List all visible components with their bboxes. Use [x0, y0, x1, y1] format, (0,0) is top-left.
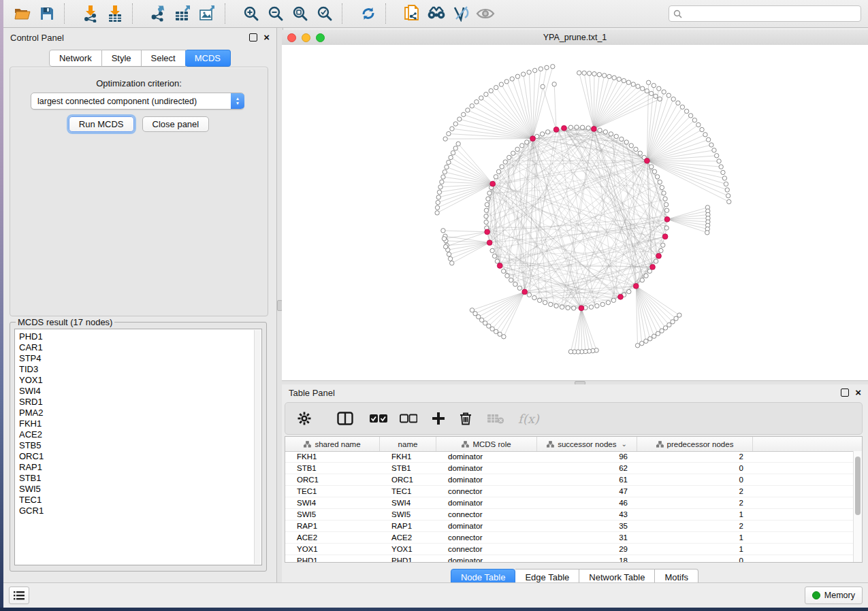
cell-shared-name[interactable]: RAP1: [285, 522, 380, 530]
cell-shared-name[interactable]: TEC1: [285, 487, 380, 495]
float-panel-icon[interactable]: [841, 389, 849, 397]
column-header-name[interactable]: name: [380, 437, 436, 451]
add-column-icon[interactable]: [432, 407, 445, 430]
cell-shared-name[interactable]: ORC1: [285, 476, 380, 484]
mcds-list-scrollbar[interactable]: [254, 330, 261, 564]
refresh-layout-icon[interactable]: [356, 2, 381, 25]
cell-name[interactable]: STB1: [380, 464, 436, 472]
run-mcds-button[interactable]: Run MCDS: [69, 116, 134, 132]
cell-MCDS-role[interactable]: dominator: [436, 557, 537, 563]
cell-MCDS-role[interactable]: dominator: [436, 499, 537, 507]
table-row[interactable]: RAP1RAP1dominator352: [285, 521, 854, 532]
cell-predecessor-nodes[interactable]: 2: [637, 522, 753, 530]
cell-name[interactable]: ORC1: [380, 476, 436, 484]
close-panel-button[interactable]: Close panel: [142, 116, 210, 132]
float-panel-icon[interactable]: [249, 33, 257, 42]
cell-predecessor-nodes[interactable]: 2: [637, 452, 753, 461]
mcds-result-item[interactable]: STB1: [19, 473, 261, 484]
cell-predecessor-nodes[interactable]: 2: [637, 499, 753, 507]
cell-name[interactable]: PHD1: [380, 557, 436, 563]
scrollbar-thumb[interactable]: [855, 457, 861, 515]
criterion-dropdown[interactable]: largest connected component (undirected)…: [31, 93, 244, 110]
task-history-button[interactable]: [9, 587, 29, 604]
table-row[interactable]: ACE2ACE2connector311: [285, 532, 854, 544]
cell-MCDS-role[interactable]: connector: [436, 510, 537, 518]
export-network-icon[interactable]: [146, 2, 171, 25]
cell-MCDS-role[interactable]: connector: [436, 545, 537, 553]
zoom-in-icon[interactable]: [239, 2, 263, 25]
table-row[interactable]: PHD1PHD1dominator180: [285, 555, 854, 563]
mcds-result-item[interactable]: GCR1: [19, 506, 261, 516]
cell-successor-nodes[interactable]: 62: [537, 464, 637, 472]
cell-successor-nodes[interactable]: 61: [537, 476, 637, 484]
zoom-fit-icon[interactable]: [288, 2, 312, 25]
export-image-icon[interactable]: [195, 2, 220, 25]
delete-column-icon[interactable]: [460, 407, 472, 430]
cell-predecessor-nodes[interactable]: 1: [637, 510, 753, 518]
column-header-successor-nodes[interactable]: successor nodes⌄: [537, 437, 637, 451]
cell-shared-name[interactable]: SWI5: [285, 510, 380, 518]
search-network-icon[interactable]: [424, 2, 449, 25]
tab-style[interactable]: Style: [102, 50, 142, 67]
cell-MCDS-role[interactable]: connector: [436, 487, 537, 495]
cell-shared-name[interactable]: YOX1: [285, 545, 380, 553]
table-row[interactable]: YOX1YOX1connector291: [285, 544, 854, 555]
cell-predecessor-nodes[interactable]: 2: [637, 487, 753, 495]
cell-predecessor-nodes[interactable]: 0: [637, 464, 753, 472]
network-canvas[interactable]: [282, 45, 868, 380]
select-all-rows-icon[interactable]: [370, 407, 387, 430]
network-titlebar[interactable]: YPA_prune.txt_1: [282, 30, 868, 46]
cell-name[interactable]: FKH1: [380, 452, 436, 461]
cell-successor-nodes[interactable]: 96: [537, 452, 637, 461]
memory-button[interactable]: Memory: [805, 587, 863, 604]
cell-successor-nodes[interactable]: 35: [537, 522, 637, 530]
import-network-icon[interactable]: [78, 2, 103, 25]
mcds-result-item[interactable]: PHD1: [19, 331, 261, 342]
mcds-result-item[interactable]: YOX1: [19, 375, 261, 386]
cell-name[interactable]: YOX1: [380, 545, 436, 553]
mcds-result-item[interactable]: STP4: [19, 353, 261, 364]
zoom-selected-icon[interactable]: [312, 2, 337, 25]
column-header-predecessor-nodes[interactable]: predecessor nodes: [637, 437, 753, 451]
cell-predecessor-nodes[interactable]: 1: [637, 545, 753, 553]
cell-MCDS-role[interactable]: dominator: [436, 464, 537, 472]
mcds-result-item[interactable]: ACE2: [19, 429, 261, 440]
import-table-icon[interactable]: [103, 2, 127, 25]
mcds-result-item[interactable]: ORC1: [19, 451, 261, 462]
cell-name[interactable]: TEC1: [380, 487, 436, 495]
cell-shared-name[interactable]: SWI4: [285, 499, 380, 507]
table-scrollbar[interactable]: [853, 451, 862, 562]
cell-name[interactable]: SWI5: [380, 510, 436, 518]
cell-name[interactable]: RAP1: [380, 522, 436, 530]
cell-predecessor-nodes[interactable]: 0: [637, 557, 753, 563]
tab-network[interactable]: Network: [49, 50, 102, 67]
tab-mcds[interactable]: MCDS: [185, 50, 231, 67]
cell-shared-name[interactable]: ACE2: [285, 533, 380, 542]
close-panel-icon[interactable]: ×: [855, 389, 861, 396]
mcds-result-item[interactable]: FKH1: [19, 418, 261, 429]
table-settings-icon[interactable]: [298, 407, 311, 430]
cell-name[interactable]: ACE2: [380, 533, 436, 542]
table-row[interactable]: FKH1FKH1dominator962: [285, 451, 854, 463]
show-columns-icon[interactable]: [337, 407, 353, 430]
hide-graphic-details-icon[interactable]: [449, 2, 473, 25]
cell-successor-nodes[interactable]: 46: [537, 499, 637, 507]
mcds-result-item[interactable]: RAP1: [19, 462, 261, 473]
global-search-box[interactable]: [669, 5, 861, 22]
cell-predecessor-nodes[interactable]: 0: [637, 476, 753, 484]
mcds-result-item[interactable]: TEC1: [19, 495, 261, 506]
cell-successor-nodes[interactable]: 47: [537, 487, 637, 495]
tab-select[interactable]: Select: [142, 50, 186, 67]
cell-MCDS-role[interactable]: dominator: [436, 476, 537, 484]
cell-MCDS-role[interactable]: dominator: [436, 522, 537, 530]
save-session-icon[interactable]: [35, 2, 59, 25]
close-panel-icon[interactable]: ×: [263, 34, 270, 41]
cell-successor-nodes[interactable]: 18: [537, 557, 637, 563]
table-row[interactable]: ORC1ORC1dominator610: [285, 474, 854, 486]
cell-shared-name[interactable]: FKH1: [285, 452, 380, 461]
table-row[interactable]: STB1STB1dominator620: [285, 463, 854, 474]
cell-successor-nodes[interactable]: 29: [537, 545, 637, 553]
unselect-all-rows-icon[interactable]: [400, 407, 417, 430]
cell-MCDS-role[interactable]: connector: [436, 533, 537, 542]
table-row[interactable]: TEC1TEC1connector472: [285, 486, 854, 497]
